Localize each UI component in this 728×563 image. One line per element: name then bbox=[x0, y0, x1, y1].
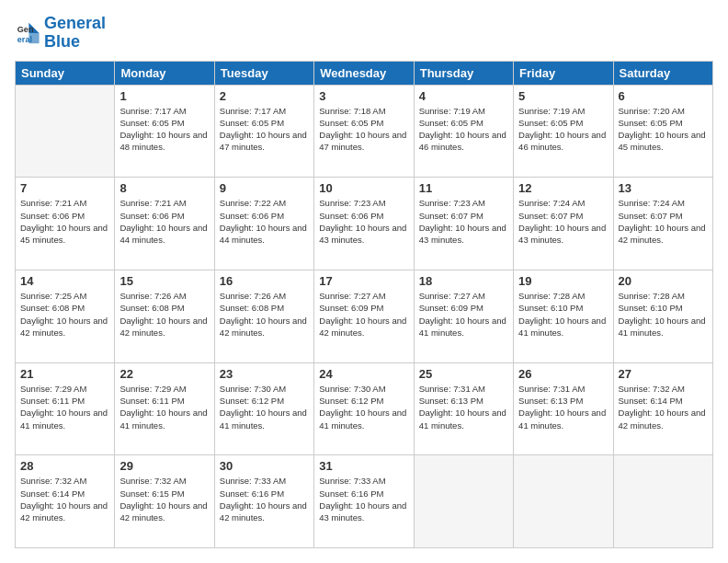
day-info: Sunrise: 7:19 AMSunset: 6:05 PMDaylight:… bbox=[419, 105, 508, 154]
day-number: 4 bbox=[419, 89, 508, 103]
day-info: Sunrise: 7:20 AMSunset: 6:05 PMDaylight:… bbox=[619, 105, 708, 154]
calendar-cell: 22Sunrise: 7:29 AMSunset: 6:11 PMDayligh… bbox=[115, 362, 214, 455]
calendar-header-wednesday: Wednesday bbox=[314, 61, 414, 85]
calendar-cell: 26Sunrise: 7:31 AMSunset: 6:13 PMDayligh… bbox=[514, 362, 613, 455]
calendar-cell: 15Sunrise: 7:26 AMSunset: 6:08 PMDayligh… bbox=[115, 270, 214, 362]
day-number: 14 bbox=[20, 274, 109, 288]
day-number: 16 bbox=[220, 274, 309, 288]
day-number: 6 bbox=[619, 89, 708, 103]
calendar-cell: 7Sunrise: 7:21 AMSunset: 6:06 PMDaylight… bbox=[16, 178, 115, 270]
day-info: Sunrise: 7:28 AMSunset: 6:10 PMDaylight:… bbox=[619, 290, 708, 339]
day-number: 30 bbox=[220, 459, 309, 473]
day-info: Sunrise: 7:27 AMSunset: 6:09 PMDaylight:… bbox=[319, 290, 408, 339]
calendar-cell bbox=[514, 455, 613, 548]
calendar-cell: 14Sunrise: 7:25 AMSunset: 6:08 PMDayligh… bbox=[16, 270, 115, 362]
svg-text:Gen: Gen bbox=[17, 24, 34, 33]
day-info: Sunrise: 7:32 AMSunset: 6:15 PMDaylight:… bbox=[119, 475, 209, 523]
calendar-header-friday: Friday bbox=[514, 61, 613, 85]
logo-icon: Gen eral bbox=[15, 20, 40, 46]
day-info: Sunrise: 7:30 AMSunset: 6:12 PMDaylight:… bbox=[319, 383, 408, 431]
calendar-table: SundayMondayTuesdayWednesdayThursdayFrid… bbox=[15, 61, 713, 548]
day-number: 5 bbox=[518, 89, 608, 103]
day-info: Sunrise: 7:17 AMSunset: 6:05 PMDaylight:… bbox=[220, 105, 309, 154]
day-info: Sunrise: 7:23 AMSunset: 6:07 PMDaylight:… bbox=[419, 197, 508, 246]
calendar-cell: 25Sunrise: 7:31 AMSunset: 6:13 PMDayligh… bbox=[414, 362, 513, 455]
calendar-week-1: 1Sunrise: 7:17 AMSunset: 6:05 PMDaylight… bbox=[16, 85, 713, 178]
calendar-cell: 31Sunrise: 7:33 AMSunset: 6:16 PMDayligh… bbox=[314, 455, 414, 548]
calendar-cell: 27Sunrise: 7:32 AMSunset: 6:14 PMDayligh… bbox=[613, 362, 712, 455]
calendar-header-sunday: Sunday bbox=[16, 61, 115, 85]
day-number: 18 bbox=[419, 274, 508, 288]
calendar-week-2: 7Sunrise: 7:21 AMSunset: 6:06 PMDaylight… bbox=[16, 178, 713, 270]
calendar-cell: 9Sunrise: 7:22 AMSunset: 6:06 PMDaylight… bbox=[214, 178, 313, 270]
day-number: 31 bbox=[319, 459, 408, 473]
day-number: 27 bbox=[619, 367, 708, 381]
logo: Gen eral GeneralBlue bbox=[15, 15, 106, 52]
day-info: Sunrise: 7:27 AMSunset: 6:09 PMDaylight:… bbox=[419, 290, 508, 339]
calendar-header-monday: Monday bbox=[115, 61, 214, 85]
calendar-cell: 29Sunrise: 7:32 AMSunset: 6:15 PMDayligh… bbox=[115, 455, 214, 548]
day-info: Sunrise: 7:29 AMSunset: 6:11 PMDaylight:… bbox=[119, 383, 209, 431]
day-number: 29 bbox=[119, 459, 209, 473]
calendar-cell: 8Sunrise: 7:21 AMSunset: 6:06 PMDaylight… bbox=[115, 178, 214, 270]
logo-text: GeneralBlue bbox=[44, 15, 106, 52]
day-number: 22 bbox=[119, 367, 209, 381]
calendar-cell: 10Sunrise: 7:23 AMSunset: 6:06 PMDayligh… bbox=[314, 178, 414, 270]
calendar-week-4: 21Sunrise: 7:29 AMSunset: 6:11 PMDayligh… bbox=[16, 362, 713, 455]
calendar-cell: 30Sunrise: 7:33 AMSunset: 6:16 PMDayligh… bbox=[214, 455, 313, 548]
calendar-cell bbox=[613, 455, 712, 548]
svg-text:eral: eral bbox=[17, 35, 32, 44]
day-info: Sunrise: 7:28 AMSunset: 6:10 PMDaylight:… bbox=[518, 290, 608, 339]
day-number: 11 bbox=[419, 181, 508, 195]
calendar-cell: 3Sunrise: 7:18 AMSunset: 6:05 PMDaylight… bbox=[314, 85, 414, 178]
calendar-header-tuesday: Tuesday bbox=[214, 61, 313, 85]
calendar-cell: 24Sunrise: 7:30 AMSunset: 6:12 PMDayligh… bbox=[314, 362, 414, 455]
day-number: 9 bbox=[220, 181, 309, 195]
calendar-header-thursday: Thursday bbox=[414, 61, 513, 85]
day-info: Sunrise: 7:32 AMSunset: 6:14 PMDaylight:… bbox=[619, 383, 708, 431]
calendar-cell: 28Sunrise: 7:32 AMSunset: 6:14 PMDayligh… bbox=[16, 455, 115, 548]
calendar-cell: 21Sunrise: 7:29 AMSunset: 6:11 PMDayligh… bbox=[16, 362, 115, 455]
day-number: 8 bbox=[119, 181, 209, 195]
calendar-cell: 12Sunrise: 7:24 AMSunset: 6:07 PMDayligh… bbox=[514, 178, 613, 270]
day-number: 2 bbox=[220, 89, 309, 103]
day-number: 12 bbox=[518, 181, 608, 195]
day-number: 10 bbox=[319, 181, 408, 195]
header: Gen eral GeneralBlue bbox=[15, 15, 713, 52]
calendar-cell: 13Sunrise: 7:24 AMSunset: 6:07 PMDayligh… bbox=[613, 178, 712, 270]
day-info: Sunrise: 7:24 AMSunset: 6:07 PMDaylight:… bbox=[619, 197, 708, 246]
calendar-cell: 17Sunrise: 7:27 AMSunset: 6:09 PMDayligh… bbox=[314, 270, 414, 362]
day-info: Sunrise: 7:21 AMSunset: 6:06 PMDaylight:… bbox=[119, 197, 209, 246]
day-info: Sunrise: 7:18 AMSunset: 6:05 PMDaylight:… bbox=[319, 105, 408, 154]
day-number: 20 bbox=[619, 274, 708, 288]
calendar-cell: 11Sunrise: 7:23 AMSunset: 6:07 PMDayligh… bbox=[414, 178, 513, 270]
day-number: 3 bbox=[319, 89, 408, 103]
calendar-cell: 5Sunrise: 7:19 AMSunset: 6:05 PMDaylight… bbox=[514, 85, 613, 178]
day-number: 23 bbox=[220, 367, 309, 381]
calendar-week-3: 14Sunrise: 7:25 AMSunset: 6:08 PMDayligh… bbox=[16, 270, 713, 362]
calendar-cell: 23Sunrise: 7:30 AMSunset: 6:12 PMDayligh… bbox=[214, 362, 313, 455]
calendar-header-saturday: Saturday bbox=[613, 61, 712, 85]
calendar-cell bbox=[16, 85, 115, 178]
calendar-cell: 1Sunrise: 7:17 AMSunset: 6:05 PMDaylight… bbox=[115, 85, 214, 178]
calendar-cell bbox=[414, 455, 513, 548]
day-info: Sunrise: 7:32 AMSunset: 6:14 PMDaylight:… bbox=[20, 475, 109, 523]
day-number: 13 bbox=[619, 181, 708, 195]
calendar-cell: 18Sunrise: 7:27 AMSunset: 6:09 PMDayligh… bbox=[414, 270, 513, 362]
day-info: Sunrise: 7:21 AMSunset: 6:06 PMDaylight:… bbox=[20, 197, 109, 246]
day-info: Sunrise: 7:17 AMSunset: 6:05 PMDaylight:… bbox=[119, 105, 209, 154]
day-info: Sunrise: 7:24 AMSunset: 6:07 PMDaylight:… bbox=[518, 197, 608, 246]
day-info: Sunrise: 7:33 AMSunset: 6:16 PMDaylight:… bbox=[220, 475, 309, 523]
day-number: 1 bbox=[119, 89, 209, 103]
calendar-cell: 19Sunrise: 7:28 AMSunset: 6:10 PMDayligh… bbox=[514, 270, 613, 362]
day-number: 25 bbox=[419, 367, 508, 381]
calendar-cell: 20Sunrise: 7:28 AMSunset: 6:10 PMDayligh… bbox=[613, 270, 712, 362]
day-number: 15 bbox=[119, 274, 209, 288]
calendar-week-5: 28Sunrise: 7:32 AMSunset: 6:14 PMDayligh… bbox=[16, 455, 713, 548]
day-number: 19 bbox=[518, 274, 608, 288]
day-info: Sunrise: 7:26 AMSunset: 6:08 PMDaylight:… bbox=[119, 290, 209, 339]
calendar-cell: 2Sunrise: 7:17 AMSunset: 6:05 PMDaylight… bbox=[214, 85, 313, 178]
day-number: 17 bbox=[319, 274, 408, 288]
calendar-cell: 4Sunrise: 7:19 AMSunset: 6:05 PMDaylight… bbox=[414, 85, 513, 178]
day-info: Sunrise: 7:30 AMSunset: 6:12 PMDaylight:… bbox=[220, 383, 309, 431]
